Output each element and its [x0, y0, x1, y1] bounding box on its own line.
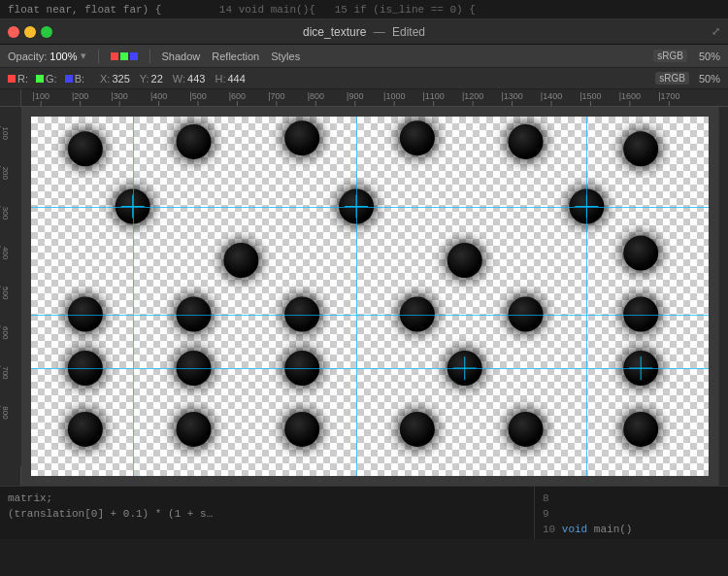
guide-vertical [133, 117, 134, 476]
maximize-button[interactable] [41, 26, 52, 38]
x-value: 325 [112, 73, 129, 85]
window-controls [8, 26, 52, 38]
svg-point-63 [400, 412, 435, 447]
svg-point-67 [623, 412, 658, 447]
code-line-8: 8 [543, 491, 720, 506]
svg-point-29 [623, 236, 658, 271]
info-blue-swatch [65, 75, 73, 83]
opacity-label: Opacity: [8, 51, 47, 62]
y-value: 22 [151, 73, 163, 85]
toolbar-separator-2 [149, 50, 150, 63]
code-left-panel: matrix; (translation[0] + 0.1) * (1 + s… [0, 487, 534, 539]
opacity-control[interactable]: Opacity: 100% ▾ [8, 50, 86, 62]
ruler-corner [0, 89, 21, 107]
h-field: H: 444 [215, 73, 245, 85]
w-field: W: 443 [173, 73, 206, 85]
guide-vertical [356, 117, 357, 476]
ruler-h-canvas [21, 89, 728, 107]
edited-badge: Edited [392, 25, 425, 39]
x-label: X: [100, 73, 110, 85]
code-keyword-void: void [562, 524, 587, 535]
info-srgb: sRGB [655, 72, 689, 85]
svg-point-7 [400, 120, 435, 155]
zoom-level: 50% [699, 51, 720, 62]
svg-point-65 [509, 412, 544, 447]
y-label: Y: [140, 73, 149, 85]
shadow-control[interactable]: Shadow [162, 51, 201, 62]
code-line-10: 10 void main() [543, 522, 720, 537]
color-swatches [111, 52, 138, 60]
canvas-region [0, 89, 728, 486]
info-r-label: R: [17, 73, 28, 85]
code-right-panel: 8 9 10 void main() [534, 487, 728, 539]
code-line-9: 9 [543, 506, 720, 522]
title-separator: — [374, 25, 385, 39]
ruler-v-canvas [0, 107, 21, 466]
minimize-button[interactable] [24, 26, 36, 38]
ruler-vertical [0, 107, 21, 486]
canvas-content [31, 117, 709, 476]
w-value: 443 [187, 73, 205, 85]
h-label: H: [215, 73, 225, 85]
svg-point-59 [177, 412, 212, 447]
y-field: Y: 22 [140, 73, 163, 85]
h-value: 444 [227, 73, 245, 85]
shadow-label: Shadow [162, 51, 201, 62]
x-field: X: 325 [100, 73, 130, 85]
info-green-swatch [36, 75, 44, 83]
blue-swatch [130, 52, 138, 60]
info-bar: R: G: B: X: 325 Y: 22 W: 443 H: 444 sRGB… [0, 68, 728, 89]
svg-point-1 [68, 131, 103, 166]
code-top-content: float near, float far) { 14 void main(){… [8, 4, 476, 16]
ruler-row [0, 89, 728, 107]
scrollbar-vertical[interactable] [718, 107, 728, 486]
svg-point-57 [68, 412, 103, 447]
info-red-swatch [8, 75, 16, 83]
info-g-label: G: [46, 73, 57, 85]
ruler-horizontal [21, 89, 728, 107]
svg-point-3 [177, 124, 212, 159]
info-zoom: 50% [699, 73, 720, 85]
code-area-bottom: matrix; (translation[0] + 0.1) * (1 + s…… [0, 486, 728, 539]
svg-point-9 [509, 124, 544, 159]
styles-control[interactable]: Styles [271, 51, 300, 62]
expand-button[interactable]: ⤢ [711, 25, 720, 38]
code-line-1: matrix; [8, 491, 526, 506]
canvas-area[interactable] [21, 107, 718, 486]
svg-point-61 [284, 412, 319, 447]
toolbar: Opacity: 100% ▾ Shadow Reflection Styles… [0, 45, 728, 68]
w-label: W: [173, 73, 185, 85]
reflection-control[interactable]: Reflection [212, 51, 259, 62]
canvas-row [0, 107, 728, 486]
styles-label: Styles [271, 51, 300, 62]
opacity-chevron: ▾ [81, 50, 86, 62]
srgb-badge: sRGB [653, 50, 687, 62]
window-title: dice_texture — Edited [303, 25, 425, 39]
title-bar: dice_texture — Edited ⤢ [0, 19, 728, 45]
svg-point-25 [223, 243, 258, 278]
green-swatch [120, 52, 128, 60]
close-button[interactable] [8, 26, 19, 38]
toolbar-separator-1 [98, 50, 99, 63]
svg-point-11 [623, 131, 658, 166]
code-area-top: float near, float far) { 14 void main(){… [0, 0, 728, 19]
svg-point-27 [447, 243, 482, 278]
opacity-value: 100% [50, 51, 77, 62]
reflection-label: Reflection [212, 51, 259, 62]
code-line-2: (translation[0] + 0.1) * (1 + s… [8, 506, 526, 522]
info-color-swatches: R: G: B: [8, 73, 90, 85]
svg-point-5 [284, 120, 319, 155]
guide-vertical [586, 117, 587, 476]
info-b-label: B: [75, 73, 84, 85]
red-swatch [111, 52, 118, 60]
